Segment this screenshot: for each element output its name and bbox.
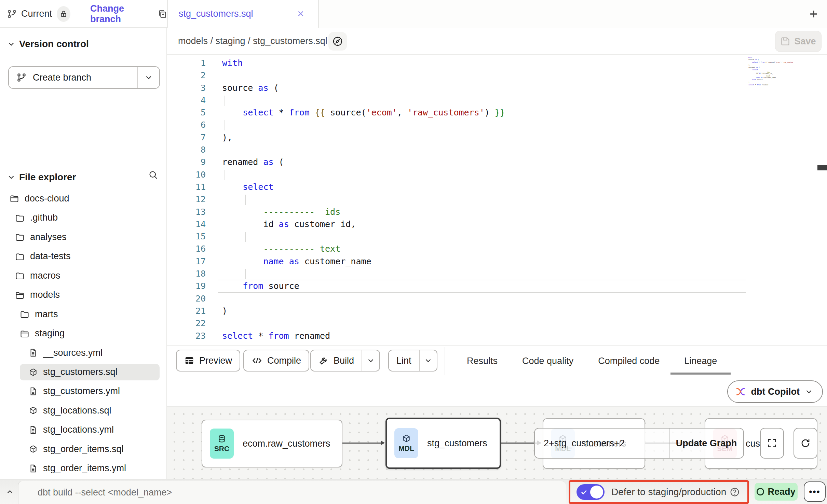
- code-line-6[interactable]: 6: [167, 119, 746, 131]
- ready-circle-icon: [757, 488, 764, 495]
- create-branch-button[interactable]: Create branch: [9, 67, 137, 88]
- line-number: 22: [167, 317, 218, 330]
- line-number: 12: [167, 193, 218, 206]
- save-button[interactable]: Save: [775, 31, 822, 52]
- code-line-8[interactable]: 8: [167, 144, 746, 156]
- mdl-badge: MDL: [394, 428, 418, 458]
- code-line-15[interactable]: 15: [167, 230, 746, 243]
- update-graph-button[interactable]: Update Graph: [669, 429, 743, 458]
- chevron-up-icon[interactable]: [5, 487, 15, 497]
- model-cube-icon: [29, 445, 38, 453]
- create-branch-dropdown[interactable]: [137, 67, 159, 88]
- code-line-11[interactable]: 11 select: [167, 181, 746, 193]
- line-number: 6: [167, 119, 218, 131]
- tree-item-analyses[interactable]: analyses: [0, 227, 167, 247]
- change-branch-link[interactable]: Change branch: [90, 3, 149, 25]
- lineage-node-source[interactable]: SRC ecom.raw_customers: [202, 420, 342, 467]
- dbt-copilot-button[interactable]: dbt Copilot: [727, 380, 823, 403]
- code-line-20[interactable]: 20: [167, 293, 746, 305]
- search-icon[interactable]: [148, 170, 158, 180]
- lint-dropdown[interactable]: [419, 350, 437, 371]
- code-editor[interactable]: 1with23source as (45 select * from {{ so…: [167, 55, 827, 345]
- tree-item-stg-order-items-yml[interactable]: stg_order_items.yml: [0, 459, 167, 478]
- tree-item-data-tests[interactable]: data-tests: [0, 247, 167, 266]
- close-tab-icon[interactable]: [296, 9, 305, 18]
- tree-item-stg-customers-yml[interactable]: stg_customers.yml: [0, 382, 167, 401]
- folder-icon: [15, 232, 25, 242]
- tree-item-stg-locations-yml[interactable]: stg_locations.yml: [0, 420, 167, 440]
- code-line-16[interactable]: 16 ---------- text: [167, 243, 746, 255]
- action-toolbar: Preview Compile Build Lint: [167, 345, 827, 376]
- tab-compiled-code[interactable]: Compiled code: [598, 346, 660, 376]
- code-line-5[interactable]: 5 select * from {{ source('ecom', 'raw_c…: [167, 107, 746, 119]
- code-line-2[interactable]: 2: [167, 69, 746, 82]
- lint-button[interactable]: Lint: [389, 350, 419, 371]
- code-icon: [252, 355, 262, 366]
- tab-lineage[interactable]: Lineage: [684, 346, 717, 376]
- code-line-13[interactable]: 13 ---------- ids: [167, 206, 746, 218]
- model-cube-icon: [29, 368, 38, 377]
- lint-label: Lint: [396, 355, 411, 366]
- code-line-1[interactable]: 1with: [167, 57, 746, 69]
- file-explorer-title: File explorer: [19, 172, 76, 183]
- tree-item-models[interactable]: models: [0, 285, 167, 305]
- line-number: 13: [167, 206, 218, 218]
- more-options-button[interactable]: •••: [804, 481, 826, 502]
- code-line-23[interactable]: 23select * from renamed: [167, 330, 746, 342]
- tree-item-stg-order-items-sql[interactable]: stg_order_items.sql: [0, 439, 167, 459]
- check-icon: [580, 488, 588, 496]
- lineage-selector-input[interactable]: 2+stg_customers+2: [535, 429, 669, 458]
- tree-item-label: stg_locations.yml: [43, 424, 114, 435]
- code-line-12[interactable]: 12: [167, 193, 746, 206]
- code-line-17[interactable]: 17 name as customer_name: [167, 255, 746, 268]
- code-line-21[interactable]: 21): [167, 305, 746, 317]
- git-branch-icon: [7, 9, 17, 19]
- compile-button[interactable]: Compile: [243, 350, 309, 372]
- scrollbar-thumb[interactable]: [817, 165, 827, 170]
- copy-icon[interactable]: [158, 9, 167, 19]
- tree-item-staging[interactable]: staging: [0, 324, 167, 344]
- file-explorer-header[interactable]: File explorer: [0, 167, 166, 187]
- tree-item-stg-customers-sql[interactable]: stg_customers.sql: [20, 364, 160, 380]
- build-button[interactable]: Build: [311, 350, 362, 371]
- breadcrumb-row: models / staging / stg_customers.sql Sav…: [167, 28, 827, 55]
- build-dropdown[interactable]: [362, 350, 379, 371]
- minimap[interactable]: withsource as ( select * from {{ source(…: [748, 57, 793, 87]
- code-line-4[interactable]: 4: [167, 94, 746, 107]
- tree-item--github[interactable]: .github: [0, 208, 167, 228]
- preview-button[interactable]: Preview: [176, 350, 240, 372]
- version-control-header[interactable]: Version control: [0, 34, 166, 54]
- refresh-button[interactable]: [794, 428, 817, 459]
- line-number: 14: [167, 218, 218, 230]
- tree-item-docs-cloud[interactable]: docs-cloud: [0, 189, 167, 208]
- code-line-7[interactable]: 7),: [167, 131, 746, 144]
- defer-toggle[interactable]: [577, 484, 605, 500]
- tree-item-label: analyses: [30, 232, 67, 242]
- tab-results[interactable]: Results: [467, 346, 498, 376]
- tree-item-marts[interactable]: marts: [0, 305, 167, 324]
- new-tab-button[interactable]: [808, 8, 819, 20]
- tree-item--sources-yml[interactable]: __sources.yml: [0, 343, 167, 363]
- breadcrumb: models / staging / stg_customers.sql: [178, 36, 327, 46]
- ide-actions-button[interactable]: [328, 32, 347, 51]
- tree-item-macros[interactable]: macros: [0, 266, 167, 285]
- status-badge[interactable]: Ready: [755, 483, 798, 501]
- code-line-22[interactable]: 22: [167, 317, 746, 330]
- edge-src-to-stg: [342, 443, 384, 444]
- tab-code-quality[interactable]: Code quality: [522, 346, 573, 376]
- command-input[interactable]: dbt build --select <model_name>: [18, 481, 566, 504]
- code-line-19[interactable]: 19 from source: [167, 280, 746, 292]
- tab-stg-customers-sql[interactable]: stg_customers.sql: [167, 0, 319, 28]
- help-icon[interactable]: [730, 487, 740, 497]
- code-line-14[interactable]: 14 id as customer_id,: [167, 218, 746, 230]
- lineage-node-stg-customers[interactable]: MDL stg_customers: [385, 418, 501, 469]
- code-line-9[interactable]: 9renamed as (: [167, 156, 746, 168]
- tree-item-stg-locations-sql[interactable]: stg_locations.sql: [0, 401, 167, 420]
- fullscreen-button[interactable]: [760, 428, 784, 459]
- code-line-3[interactable]: 3source as (: [167, 82, 746, 94]
- tree-item-label: models: [30, 290, 60, 300]
- version-control-title: Version control: [19, 39, 89, 50]
- lineage-panel[interactable]: SRC ecom.raw_customers MDL stg_customers…: [167, 406, 827, 479]
- code-line-18[interactable]: 18: [167, 268, 746, 280]
- code-line-10[interactable]: 10: [167, 169, 746, 181]
